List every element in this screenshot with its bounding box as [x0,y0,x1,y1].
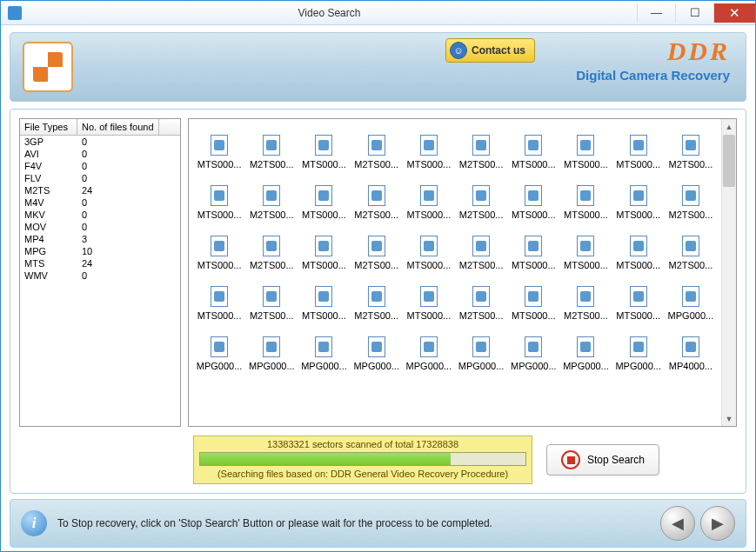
file-item[interactable]: MTS000... [613,135,664,170]
file-item[interactable]: MTS000... [298,135,349,170]
file-item[interactable]: MPG000... [560,336,611,371]
file-item[interactable]: M2TS00... [666,185,716,220]
brand: DDR Digital Camera Recovery [576,38,730,83]
file-item[interactable]: MPG000... [194,336,244,371]
file-item[interactable]: MPG000... [613,336,664,371]
file-item[interactable]: M2TS00... [351,135,402,170]
table-row[interactable]: MTS24 [20,257,180,269]
file-item[interactable]: MPG000... [246,336,297,371]
app-window: Video Search — ☐ ✕ ☺ Contact us DDR Digi… [0,0,756,552]
file-icon [577,135,594,156]
col-files-found[interactable]: No. of files found [77,119,159,135]
file-icon [315,185,332,206]
next-button[interactable]: ▶ [700,506,735,541]
file-item[interactable]: MTS000... [508,185,559,220]
file-item[interactable]: M2TS00... [456,236,506,270]
scroll-thumb[interactable] [723,135,735,187]
table-row[interactable]: MPG10 [20,245,180,257]
table-row[interactable]: MKV0 [20,209,180,221]
file-item[interactable]: MTS000... [560,135,611,170]
brand-ddr: DDR [576,38,730,64]
table-row[interactable]: MP43 [20,233,180,245]
progress-fill [200,453,451,465]
col-file-types[interactable]: File Types [20,119,77,135]
table-row[interactable]: M2TS24 [20,184,180,196]
stop-search-button[interactable]: Stop Search [546,444,659,476]
file-item[interactable]: MPG000... [666,286,716,321]
back-button[interactable]: ◀ [660,506,695,541]
file-item[interactable]: MTS000... [613,236,664,270]
file-item[interactable]: MTS000... [298,236,349,270]
file-item[interactable]: MTS000... [298,185,349,220]
table-row[interactable]: AVI0 [20,148,180,160]
file-item[interactable]: MPG000... [404,336,454,371]
file-item[interactable]: M2TS00... [351,286,402,321]
nav-buttons: ◀ ▶ [660,506,735,541]
file-item[interactable]: MPG000... [456,336,506,371]
file-item[interactable]: MP4000... [666,336,716,371]
file-item[interactable]: M2TS00... [666,236,716,270]
file-icon [630,185,647,206]
file-list-panel: MTS000...M2TS00...MTS000...M2TS00...MTS0… [188,118,737,427]
table-row[interactable]: 3GP0 [20,136,180,148]
file-item[interactable]: M2TS00... [246,286,297,321]
file-types-table: File Types No. of files found 3GP0AVI0F4… [19,118,181,427]
file-item[interactable]: MTS000... [613,185,664,220]
file-item[interactable]: MTS000... [298,286,349,321]
file-item[interactable]: MTS000... [404,236,454,270]
app-icon [8,6,22,20]
file-item[interactable]: MTS000... [560,236,611,270]
file-item[interactable]: MTS000... [194,286,244,321]
file-icon [472,336,490,357]
maximize-button[interactable]: ☐ [675,3,713,23]
file-icon [211,185,228,206]
file-item[interactable]: M2TS00... [456,135,506,170]
file-item[interactable]: M2TS00... [456,286,506,321]
file-item[interactable]: M2TS00... [351,236,402,270]
contact-us-button[interactable]: ☺ Contact us [445,38,535,63]
file-icon [263,336,280,357]
file-icon [368,336,385,357]
file-item[interactable]: MPG000... [298,336,349,371]
file-icon [368,286,385,307]
file-item[interactable]: M2TS00... [246,135,297,170]
table-row[interactable]: WMV0 [20,269,180,282]
file-icon [368,135,385,156]
minimize-button[interactable]: — [637,3,675,23]
scroll-up-icon[interactable]: ▲ [722,119,736,134]
file-item[interactable]: M2TS00... [246,236,297,270]
file-item[interactable]: MTS000... [194,135,244,170]
file-item[interactable]: MTS000... [508,236,559,270]
file-item[interactable]: MTS000... [613,286,664,321]
file-item[interactable]: MTS000... [508,135,559,170]
file-item[interactable]: MPG000... [351,336,402,371]
file-item[interactable]: MTS000... [560,185,611,220]
file-icon [263,286,280,307]
close-button[interactable]: ✕ [713,3,755,23]
file-icon [211,236,228,256]
file-item[interactable]: MTS000... [404,135,454,170]
file-item[interactable]: M2TS00... [246,185,297,220]
file-item[interactable]: MTS000... [194,185,244,220]
stop-icon [561,450,580,469]
file-icon [420,286,438,307]
file-item[interactable]: MTS000... [194,236,244,270]
vertical-scrollbar[interactable]: ▲ ▼ [721,119,736,426]
info-text: To Stop recovery, click on 'Stop Search'… [57,517,650,529]
file-icon [630,336,647,357]
file-item[interactable]: MPG000... [508,336,559,371]
file-item[interactable]: M2TS00... [560,286,611,321]
table-row[interactable]: F4V0 [20,160,180,172]
file-grid: MTS000...M2TS00...MTS000...M2TS00...MTS0… [194,135,716,371]
table-row[interactable]: FLV0 [20,172,180,184]
file-item[interactable]: MTS000... [404,185,454,220]
file-item[interactable]: M2TS00... [351,185,402,220]
table-row[interactable]: M4V0 [20,196,180,209]
file-item[interactable]: MTS000... [508,286,559,321]
table-row[interactable]: MOV0 [20,221,180,233]
file-item[interactable]: M2TS00... [456,185,506,220]
scroll-down-icon[interactable]: ▼ [722,411,736,426]
file-icon [577,185,594,206]
file-item[interactable]: MTS000... [404,286,454,321]
file-item[interactable]: M2TS00... [666,135,716,170]
